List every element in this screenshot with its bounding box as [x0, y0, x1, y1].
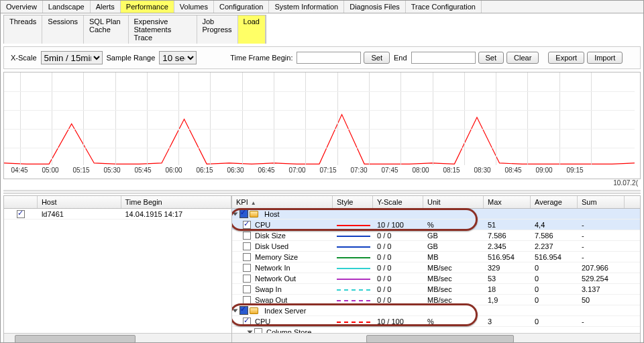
- style-line-icon: [337, 268, 370, 269]
- kpi-avg: 7.586: [531, 232, 578, 240]
- kpi-checkbox[interactable]: [243, 242, 251, 250]
- kpi-sum: -: [578, 317, 625, 326]
- kpi-yscale: 0 / 0: [373, 264, 423, 272]
- kpi-yscale: 0 / 0: [373, 242, 423, 250]
- load-chart[interactable]: 04:4505:0005:1505:3005:4506:0006:1506:30…: [3, 72, 641, 179]
- kpi-row[interactable]: Swap Out0 / 0MB/sec1,9050: [232, 295, 640, 305]
- col-max[interactable]: Max: [484, 196, 531, 208]
- kpi-checkbox[interactable]: [254, 328, 262, 334]
- kpi-label: Network Out: [255, 275, 296, 283]
- kpi-unit: MB/sec: [423, 285, 484, 293]
- style-line-icon: [337, 300, 370, 301]
- kpi-label: Network In: [255, 264, 290, 272]
- kpi-max: 516.954: [484, 253, 531, 261]
- kpi-checkbox[interactable]: [243, 232, 251, 240]
- kpi-yscale: 0 / 0: [373, 296, 423, 304]
- col-check[interactable]: [4, 196, 38, 208]
- subtab-threads[interactable]: Threads: [4, 15, 42, 44]
- col-host[interactable]: Host: [38, 196, 121, 208]
- kpi-label: Disk Size: [255, 232, 286, 240]
- host-name: ld7461: [38, 210, 121, 218]
- kpi-row[interactable]: Network Out0 / 0MB/sec530529.254: [232, 273, 640, 284]
- kpi-avg: 516.954: [531, 253, 578, 261]
- kpi-row[interactable]: Disk Size0 / 0GB7.5867.586-: [232, 230, 640, 241]
- timeframe-begin-input[interactable]: [297, 52, 361, 64]
- expand-icon[interactable]: [233, 309, 238, 312]
- tab-system-information[interactable]: System Information: [269, 1, 344, 13]
- col-sum[interactable]: Sum: [578, 196, 625, 208]
- x-tick: 06:30: [220, 166, 251, 179]
- tab-alerts[interactable]: Alerts: [91, 1, 121, 13]
- kpi-avg: 0: [531, 275, 578, 283]
- kpi-sum: 3.137: [578, 285, 625, 293]
- tab-diagnosis-files[interactable]: Diagnosis Files: [344, 1, 406, 13]
- kpi-max: 329: [484, 264, 531, 272]
- tab-overview[interactable]: Overview: [1, 1, 43, 13]
- kpi-checkbox[interactable]: [243, 264, 251, 272]
- kpi-row[interactable]: Disk Used0 / 0GB2.3452.237-: [232, 241, 640, 252]
- xscale-select[interactable]: 5min / 15min: [41, 51, 103, 64]
- x-tick: 08:30: [467, 166, 498, 179]
- kpi-unit: MB/sec: [423, 296, 484, 304]
- horizontal-splitter[interactable]: [3, 190, 641, 194]
- group-color-box[interactable]: [239, 209, 248, 218]
- host-checkbox[interactable]: [17, 210, 25, 218]
- kpi-checkbox[interactable]: [243, 253, 251, 261]
- clear-button[interactable]: Clear: [506, 52, 539, 64]
- tab-volumes[interactable]: Volumes: [174, 1, 214, 13]
- kpi-yscale: 10 / 100: [373, 317, 423, 326]
- style-line-icon: [337, 289, 370, 291]
- x-tick: 05:45: [127, 166, 158, 179]
- kpi-row[interactable]: CPU10 / 100%30-: [232, 316, 640, 327]
- import-button[interactable]: Import: [587, 52, 623, 64]
- col-time-begin[interactable]: Time Begin: [121, 196, 232, 208]
- timeframe-end-input[interactable]: [411, 52, 476, 64]
- col-unit[interactable]: Unit: [423, 196, 484, 208]
- kpi-checkbox[interactable]: [243, 285, 251, 293]
- tab-performance[interactable]: Performance: [121, 1, 174, 13]
- x-tick: 06:00: [158, 166, 189, 179]
- subtab-job-progress[interactable]: Job Progress: [197, 15, 238, 44]
- set-begin-button[interactable]: Set: [364, 52, 390, 64]
- host-list-pane: HostTime Begin ld746114.04.1915 14:17: [4, 196, 232, 343]
- x-tick: 08:45: [498, 166, 529, 179]
- kpi-style: [333, 221, 373, 229]
- tab-landscape[interactable]: Landscape: [43, 1, 91, 13]
- kpi-row[interactable]: Column Store: [232, 327, 640, 333]
- sample-range-select[interactable]: 10 sec: [159, 51, 197, 64]
- kpi-row[interactable]: Network In0 / 0MB/sec3290207.966: [232, 262, 640, 273]
- expand-icon[interactable]: [233, 212, 238, 215]
- x-tick: 05:30: [97, 166, 127, 179]
- export-button[interactable]: Export: [548, 52, 584, 64]
- group-color-box[interactable]: [239, 306, 248, 315]
- kpi-row[interactable]: CPU10 / 100%514,4-: [232, 219, 640, 230]
- right-horizontal-scrollbar[interactable]: [232, 333, 640, 343]
- subtab-load[interactable]: Load: [238, 15, 266, 44]
- kpi-label: Disk Used: [255, 242, 288, 250]
- host-row[interactable]: ld746114.04.1915 14:17: [4, 209, 231, 219]
- kpi-checkbox[interactable]: [243, 275, 251, 283]
- kpi-row[interactable]: Swap In0 / 0MB/sec1803.137: [232, 284, 640, 295]
- col-yscale[interactable]: Y-Scale: [373, 196, 423, 208]
- set-end-button[interactable]: Set: [478, 52, 504, 64]
- col-kpi[interactable]: KPI▲: [232, 196, 333, 208]
- subtab-sql-plan-cache[interactable]: SQL Plan Cache: [84, 15, 129, 44]
- left-horizontal-scrollbar[interactable]: [4, 333, 231, 343]
- kpi-row[interactable]: Host: [232, 209, 640, 219]
- tab-configuration[interactable]: Configuration: [214, 1, 269, 13]
- kpi-checkbox[interactable]: [243, 317, 251, 326]
- kpi-checkbox[interactable]: [243, 221, 251, 229]
- kpi-unit: MB: [423, 253, 484, 261]
- col-style[interactable]: Style: [333, 196, 373, 208]
- subtab-sessions[interactable]: Sessions: [42, 15, 84, 44]
- kpi-row[interactable]: Memory Size0 / 0MB516.954516.954-: [232, 252, 640, 262]
- kpi-row[interactable]: Index Server: [232, 305, 640, 316]
- tab-trace-configuration[interactable]: Trace Configuration: [406, 1, 482, 13]
- kpi-sum: 529.254: [578, 275, 625, 283]
- col-avg[interactable]: Average: [531, 196, 578, 208]
- x-tick: 09:00: [529, 166, 559, 179]
- x-tick: 04:45: [4, 166, 35, 179]
- chart-footer-timestamp: 10.07.2(: [613, 179, 638, 187]
- subtab-expensive-statements-trace[interactable]: Expensive Statements Trace: [129, 15, 197, 44]
- kpi-checkbox[interactable]: [243, 296, 251, 304]
